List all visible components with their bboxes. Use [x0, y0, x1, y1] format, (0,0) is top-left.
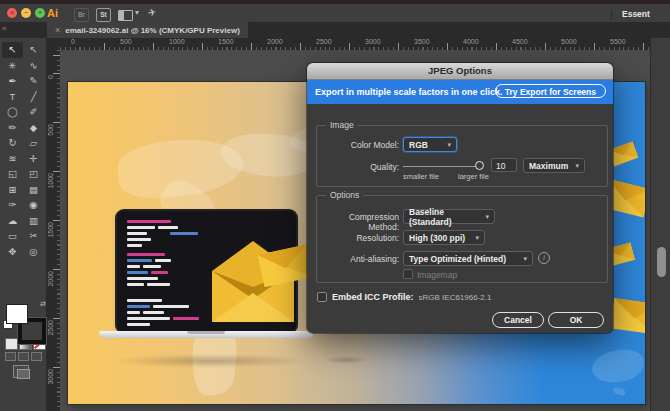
- paintbrush-tool[interactable]: ✐: [23, 104, 44, 120]
- direct-selection-tool[interactable]: ↖: [23, 42, 44, 58]
- collapse-panel-icon[interactable]: «: [2, 24, 6, 33]
- eyedropper-tool[interactable]: ✑: [2, 197, 23, 213]
- zoom-window-button[interactable]: +: [35, 8, 45, 18]
- quality-slider-knob[interactable]: [475, 161, 484, 170]
- envelope-graphic: [256, 239, 313, 289]
- screen-mode-button[interactable]: [13, 365, 29, 378]
- vertical-scrollbar[interactable]: [657, 247, 666, 277]
- type-tool[interactable]: T: [2, 89, 23, 105]
- laptop-shadow: [111, 354, 311, 368]
- perspective-grid-tool[interactable]: ◰: [23, 166, 44, 182]
- right-panel-strip: [650, 38, 670, 411]
- code-line: [127, 265, 140, 268]
- options-section: Options Compression Method: Baseline (St…: [316, 195, 608, 283]
- code-line: [127, 238, 151, 241]
- fill-color-swatch[interactable]: [6, 304, 28, 324]
- symbol-sprayer-tool[interactable]: ☁: [2, 213, 23, 229]
- h-ruler-label: 0: [71, 38, 75, 45]
- draw-normal-button[interactable]: [5, 352, 16, 361]
- lasso-tool[interactable]: ∿: [23, 58, 44, 74]
- toolbar-tools: ↖↖✳∿✒✎T╱◯✐✏◆↻▱≋✛◱◰⊞▤✑◉☁▥▭✂✥◎: [2, 42, 44, 259]
- ok-button[interactable]: OK: [548, 312, 604, 328]
- stock-icon[interactable]: St: [96, 8, 111, 22]
- hand-tool[interactable]: ✥: [2, 244, 23, 260]
- envelope-graphic: [610, 293, 645, 336]
- v-ruler-label: 500: [47, 124, 54, 136]
- magic-wand-tool[interactable]: ✳: [2, 58, 23, 74]
- zoom-tool[interactable]: ◎: [23, 244, 44, 260]
- pen-tool[interactable]: ✒: [2, 73, 23, 89]
- anti-aliasing-dropdown[interactable]: Type Optimized (Hinted) ▾: [403, 251, 533, 266]
- embed-icc-checkbox[interactable]: [317, 292, 327, 302]
- resolution-label: Resolution:: [317, 233, 399, 243]
- smaller-file-label: smaller file: [403, 172, 439, 181]
- color-button[interactable]: [5, 338, 18, 350]
- color-model-label: Color Model:: [317, 140, 399, 150]
- swap-fill-stroke-icon[interactable]: ⇄: [40, 300, 46, 308]
- column-graph-tool[interactable]: ▥: [23, 213, 44, 229]
- ellipse-tool[interactable]: ◯: [2, 104, 23, 120]
- resolution-dropdown[interactable]: High (300 ppi) ▾: [403, 230, 485, 245]
- slice-tool[interactable]: ✂: [23, 228, 44, 244]
- code-line: [170, 232, 198, 235]
- shaper-tool[interactable]: ◆: [23, 120, 44, 136]
- tab-close-icon[interactable]: ×: [55, 25, 60, 35]
- code-line: [127, 226, 155, 229]
- chevron-down-icon: ▾: [447, 141, 451, 149]
- width-tool[interactable]: ≋: [2, 151, 23, 167]
- code-line: [143, 311, 164, 314]
- v-ruler-label: 2000: [47, 271, 54, 287]
- code-line: [127, 323, 150, 326]
- line-segment-tool[interactable]: ╱: [23, 89, 44, 105]
- draw-behind-button[interactable]: [18, 352, 29, 361]
- code-line: [127, 299, 162, 302]
- document-tab[interactable]: × email-3249062.ai @ 16% (CMYK/GPU Previ…: [46, 22, 249, 38]
- info-icon[interactable]: i: [538, 252, 550, 264]
- scale-tool[interactable]: ▱: [23, 135, 44, 151]
- code-line: [127, 283, 144, 286]
- vertical-ruler[interactable]: 050010001500200025003000: [46, 50, 61, 411]
- h-ruler-label: 500: [120, 38, 132, 45]
- arrange-documents-icon[interactable]: [118, 10, 133, 21]
- quality-label: Quality:: [317, 162, 399, 172]
- gradient-tool[interactable]: ▤: [23, 182, 44, 198]
- share-icon[interactable]: ✈: [147, 6, 157, 19]
- h-ruler-label: 2500: [316, 38, 332, 45]
- chevron-down-icon[interactable]: ▾: [135, 8, 139, 17]
- artboard-tool[interactable]: ▭: [2, 228, 23, 244]
- pencil-tool[interactable]: ✏: [2, 120, 23, 136]
- curvature-tool[interactable]: ✎: [23, 73, 44, 89]
- quality-value-field[interactable]: 10: [491, 158, 517, 172]
- minimize-window-button[interactable]: −: [21, 8, 31, 18]
- illustrator-logo-icon: Ai: [47, 7, 58, 19]
- h-ruler-label: 5000: [561, 38, 577, 45]
- rotate-tool[interactable]: ↻: [2, 135, 23, 151]
- draw-inside-button[interactable]: [31, 352, 42, 361]
- code-line: [147, 283, 170, 286]
- image-section: Image Color Model: RGB ▾ Quality: 10 Max…: [316, 125, 608, 187]
- color-model-dropdown[interactable]: RGB ▾: [403, 137, 457, 152]
- bridge-icon[interactable]: Br: [74, 8, 89, 22]
- laptop-base-graphic: [99, 331, 313, 338]
- code-line: [127, 305, 150, 308]
- quality-slider-track[interactable]: [403, 166, 479, 167]
- try-export-for-screens-button[interactable]: Try Export for Screens: [495, 84, 606, 98]
- compression-method-dropdown[interactable]: Baseline (Standard) ▾: [403, 209, 495, 224]
- code-line: [151, 271, 168, 274]
- selection-tool[interactable]: ↖: [2, 42, 23, 58]
- blend-tool[interactable]: ◉: [23, 197, 44, 213]
- quality-preset-dropdown[interactable]: Maximum ▾: [523, 158, 585, 173]
- close-window-button[interactable]: ×: [7, 8, 17, 18]
- code-line: [127, 271, 148, 274]
- mesh-tool[interactable]: ⊞: [2, 182, 23, 198]
- v-ruler-label: 2500: [47, 320, 54, 336]
- puppet-warp-tool[interactable]: ✛: [23, 151, 44, 167]
- imagemap-checkbox[interactable]: [403, 269, 413, 279]
- cancel-button[interactable]: Cancel: [492, 312, 544, 328]
- v-ruler-label: 1000: [47, 173, 54, 189]
- code-line: [127, 317, 170, 320]
- code-line: [127, 244, 142, 247]
- workspace-switcher[interactable]: Essent: [622, 9, 650, 19]
- shape-builder-tool[interactable]: ◱: [2, 166, 23, 182]
- code-line: [143, 265, 161, 268]
